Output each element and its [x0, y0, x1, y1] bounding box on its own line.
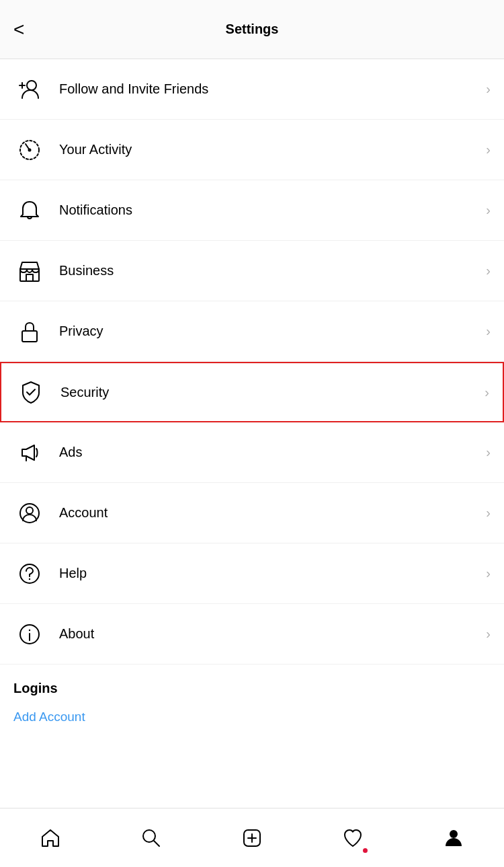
back-button[interactable]: <	[13, 19, 24, 40]
activity-notification-dot	[363, 848, 368, 853]
menu-item-label: Follow and Invite Friends	[59, 81, 486, 97]
chevron-right-icon: ›	[486, 626, 491, 642]
svg-point-12	[29, 578, 30, 579]
svg-point-0	[27, 81, 36, 90]
menu-item-security[interactable]: Security ›	[0, 362, 504, 422]
menu-item-notifications[interactable]: Notifications ›	[0, 180, 504, 241]
search-icon	[140, 827, 162, 849]
info-circle-icon	[13, 618, 46, 650]
menu-item-label: About	[59, 626, 486, 642]
chevron-right-icon: ›	[486, 142, 491, 157]
home-icon	[40, 827, 61, 849]
lock-icon	[13, 315, 46, 348]
account-circle-icon	[13, 497, 46, 529]
menu-item-account[interactable]: Account ›	[0, 483, 504, 543]
menu-item-label: Business	[59, 263, 486, 278]
menu-item-follow-invite[interactable]: Follow and Invite Friends ›	[0, 59, 504, 120]
menu-item-privacy[interactable]: Privacy ›	[0, 301, 504, 362]
nav-search[interactable]	[131, 818, 171, 858]
menu-item-label: Help	[59, 566, 486, 581]
svg-line-17	[154, 841, 159, 846]
menu-item-your-activity[interactable]: Your Activity ›	[0, 120, 504, 180]
menu-item-ads[interactable]: Ads ›	[0, 422, 504, 483]
create-icon	[241, 827, 263, 849]
svg-rect-6	[26, 274, 33, 281]
nav-profile[interactable]	[433, 818, 474, 858]
svg-point-21	[450, 830, 458, 838]
shield-check-icon	[15, 376, 47, 408]
menu-item-about[interactable]: About ›	[0, 604, 504, 665]
svg-rect-7	[22, 331, 37, 342]
menu-item-label: Ads	[59, 445, 486, 460]
nav-activity[interactable]	[333, 818, 373, 858]
chevron-right-icon: ›	[485, 385, 489, 400]
chevron-right-icon: ›	[486, 81, 491, 97]
nav-home[interactable]	[30, 818, 71, 858]
chevron-right-icon: ›	[486, 324, 491, 339]
chevron-right-icon: ›	[486, 263, 491, 278]
nav-create[interactable]	[232, 818, 272, 858]
header: < Settings	[0, 0, 504, 59]
menu-item-label: Your Activity	[59, 142, 486, 157]
chevron-right-icon: ›	[486, 505, 491, 521]
menu-item-label: Account	[59, 505, 486, 521]
business-icon	[13, 255, 46, 287]
svg-point-10	[26, 507, 33, 514]
heart-icon	[342, 827, 364, 849]
menu-item-label: Privacy	[59, 324, 486, 339]
help-circle-icon	[13, 558, 46, 590]
activity-icon	[13, 134, 46, 166]
page-title: Settings	[226, 22, 279, 37]
svg-point-14	[29, 629, 30, 630]
menu-item-label: Notifications	[59, 202, 486, 218]
chevron-right-icon: ›	[486, 566, 491, 581]
megaphone-icon	[13, 437, 46, 469]
bottom-nav	[0, 808, 504, 867]
menu-list: Follow and Invite Friends › Your Activit…	[0, 59, 504, 808]
menu-item-business[interactable]: Business ›	[0, 241, 504, 301]
menu-item-help[interactable]: Help ›	[0, 543, 504, 604]
chevron-right-icon: ›	[486, 202, 491, 218]
profile-icon	[443, 827, 464, 849]
chevron-right-icon: ›	[486, 445, 491, 460]
add-account-link[interactable]: Add Account	[0, 703, 504, 738]
svg-point-4	[29, 149, 31, 151]
bell-icon	[13, 194, 46, 227]
menu-item-label: Security	[60, 385, 485, 400]
add-person-icon	[13, 73, 46, 106]
logins-section-header: Logins	[0, 665, 504, 703]
